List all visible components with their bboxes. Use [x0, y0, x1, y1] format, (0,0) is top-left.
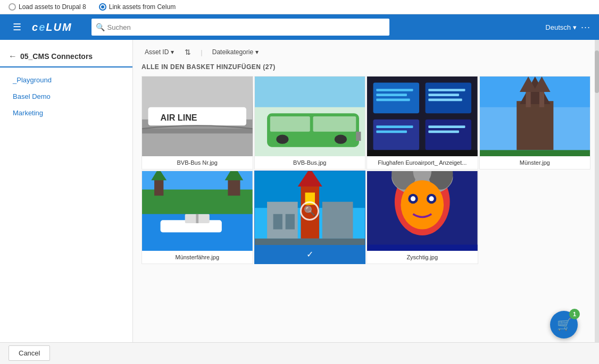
svg-rect-11: [276, 135, 288, 144]
scrollbar-track[interactable]: [595, 40, 599, 342]
svg-rect-17: [373, 120, 419, 150]
category-label: Dateikategorie: [212, 48, 253, 56]
svg-rect-22: [428, 89, 465, 91]
cancel-button[interactable]: Cancel: [9, 345, 50, 361]
asset-thumbnail-6: 🔍: [255, 171, 365, 251]
svg-point-68: [411, 196, 415, 201]
radio-link-assets[interactable]: [99, 3, 106, 11]
radio-load-assets[interactable]: [9, 3, 16, 11]
header: ☰ ceLUM 🔍 Deutsch ▾ ···: [0, 14, 599, 40]
language-label: Deutsch: [545, 23, 571, 31]
svg-rect-24: [428, 99, 462, 101]
svg-rect-9: [270, 116, 310, 132]
sidebar-item-baseldemo[interactable]: Basel Demo: [0, 88, 132, 105]
asset-thumbnail-3: [367, 77, 478, 156]
search-overlay-icon: 🔍: [300, 201, 319, 221]
svg-rect-70: [367, 244, 478, 251]
checkmark-icon: ✓: [306, 249, 313, 259]
filter-bar: Asset ID ▾ ⇅ | Dateikategorie ▾: [142, 46, 590, 58]
svg-rect-29: [367, 150, 478, 156]
asset-id-filter[interactable]: Asset ID ▾: [142, 47, 177, 57]
asset-thumbnail-1: AIR LINE: [142, 77, 253, 156]
load-assets-label: Load assets to Drupal 8: [19, 3, 86, 11]
asset-grid: AIR LINE BVB-Bus Nr.jpg: [142, 76, 590, 264]
asset-cell-5[interactable]: Münsterfähre.jpg: [142, 171, 253, 264]
asset-cell-6[interactable]: 🔍 ✓ Rathaus.jpg: [254, 171, 366, 264]
svg-rect-25: [376, 125, 413, 128]
asset-image-1: AIR LINE: [142, 77, 253, 156]
asset-id-label: Asset ID: [145, 48, 169, 56]
more-options-icon[interactable]: ···: [581, 22, 590, 33]
svg-rect-27: [428, 125, 465, 128]
link-assets-label: Link assets from Celum: [109, 3, 176, 11]
search-container: 🔍: [91, 19, 527, 36]
svg-rect-15: [373, 83, 419, 114]
back-arrow-icon: ←: [9, 52, 17, 61]
svg-rect-10: [313, 116, 356, 132]
asset-label-2: BVB-Bus.jpg: [255, 156, 365, 169]
search-input[interactable]: [91, 19, 389, 36]
sort-icon: ⇅: [185, 48, 191, 56]
menu-icon[interactable]: ☰: [9, 19, 26, 36]
asset-label-7: Zyschtig.jpg: [367, 251, 478, 264]
sidebar-back-nav[interactable]: ← 05_CMS Connectors: [0, 48, 132, 67]
cart-icon: 🛒: [557, 318, 571, 332]
sidebar-item-marketing[interactable]: Marketing: [0, 105, 132, 121]
svg-rect-5: [142, 133, 253, 156]
load-assets-option[interactable]: Load assets to Drupal 8: [9, 3, 86, 11]
asset-cell-7[interactable]: Zyschtig.jpg: [367, 171, 478, 264]
svg-rect-28: [428, 131, 459, 133]
svg-rect-12: [334, 135, 346, 144]
svg-rect-13: [356, 132, 361, 141]
sidebar-item-playground[interactable]: _Playground: [0, 72, 132, 88]
asset-thumbnail-7: [367, 171, 478, 251]
asset-cell-1[interactable]: AIR LINE BVB-Bus Nr.jpg: [142, 76, 253, 170]
sort-direction-icon: ▾: [171, 48, 174, 56]
header-right: Deutsch ▾ ···: [545, 22, 590, 33]
bottom-bar: Cancel: [0, 342, 599, 363]
svg-rect-57: [285, 214, 294, 230]
svg-rect-32: [517, 101, 553, 150]
svg-rect-4: [142, 129, 253, 133]
content-area: Asset ID ▾ ⇅ | Dateikategorie ▾ ALLE IN …: [133, 40, 599, 342]
asset-thumbnail-4: [480, 77, 590, 156]
add-basket-bar[interactable]: ALLE IN DEN BASKET HINZUFÜGEN (27): [142, 63, 590, 71]
scrollbar-thumb[interactable]: [595, 50, 599, 93]
asset-label-3: Flughafen Euroairport_ Anzeiget...: [367, 156, 478, 169]
asset-thumbnail-2: [255, 77, 365, 156]
filter-divider: |: [201, 48, 202, 56]
svg-point-69: [429, 196, 434, 201]
sidebar: ← 05_CMS Connectors _Playground Basel De…: [0, 40, 133, 342]
language-selector[interactable]: Deutsch ▾: [545, 23, 577, 31]
svg-rect-21: [376, 99, 410, 101]
svg-rect-38: [480, 150, 590, 156]
svg-rect-20: [376, 94, 407, 96]
asset-cell-2[interactable]: BVB-Bus.jpg: [254, 76, 366, 170]
svg-rect-19: [376, 89, 413, 91]
logo: ceLUM: [32, 21, 72, 33]
svg-rect-16: [426, 83, 471, 114]
link-assets-option[interactable]: Link assets from Celum: [99, 3, 176, 11]
category-chevron-icon: ▾: [255, 48, 259, 56]
main-layout: ← 05_CMS Connectors _Playground Basel De…: [0, 40, 599, 342]
asset-thumbnail-5: [142, 171, 253, 251]
svg-rect-56: [273, 214, 282, 230]
svg-rect-23: [428, 94, 459, 96]
top-radio-bar: Load assets to Drupal 8 Link assets from…: [0, 0, 599, 14]
sidebar-back-label: 05_CMS Connectors: [20, 52, 93, 61]
asset-cell-4[interactable]: Münster.jpg: [479, 76, 591, 170]
svg-rect-18: [426, 120, 471, 150]
cart-badge: 1: [569, 309, 580, 319]
svg-point-65: [401, 180, 444, 229]
asset-selected-overlay-6: ✓: [255, 245, 365, 264]
svg-rect-55: [322, 202, 353, 239]
search-icon: 🔍: [96, 23, 105, 31]
category-filter[interactable]: Dateikategorie ▾: [209, 47, 262, 57]
asset-label-5: Münsterfähre.jpg: [142, 251, 253, 264]
cart-button[interactable]: 🛒 1: [550, 311, 578, 338]
sort-order-button[interactable]: ⇅: [181, 46, 194, 58]
svg-rect-26: [376, 131, 407, 133]
asset-cell-3[interactable]: Flughafen Euroairport_ Anzeiget...: [367, 76, 478, 170]
asset-label-1: BVB-Bus Nr.jpg: [142, 156, 253, 169]
asset-label-4: Münster.jpg: [480, 156, 590, 169]
